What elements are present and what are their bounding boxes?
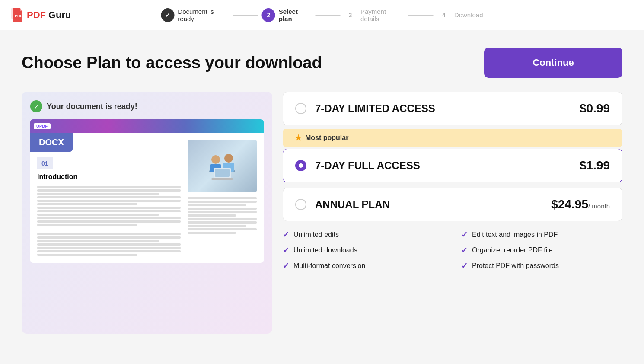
step-1-circle: ✓ (161, 8, 175, 22)
most-popular-label: Most popular (305, 134, 348, 142)
doc-line (37, 200, 181, 202)
check-icon: ✓ (283, 246, 289, 255)
doc-line (37, 250, 181, 252)
header: PDF PDF Guru ✓ Document is ready 2 Selec… (0, 0, 644, 30)
updf-label: UPDF (34, 123, 51, 129)
doc-image (188, 140, 257, 192)
doc-line (37, 189, 181, 192)
step-2-circle: 2 (262, 8, 275, 22)
doc-line (37, 233, 181, 235)
doc-line (37, 247, 181, 249)
plan-annual[interactable]: ANNUAL PLAN $24.95/ month (283, 188, 622, 221)
stepper: ✓ Document is ready 2 Select plan 3 Paym… (161, 8, 483, 22)
plan-7day-limited-name: 7-DAY LIMITED ACCESS (315, 102, 580, 115)
most-popular-bar: ★ Most popular (283, 129, 622, 147)
doc-line (37, 243, 181, 246)
doc-line (37, 224, 137, 226)
doc-body: 01 Introduction (30, 133, 264, 263)
doc-intro-title: Introduction (37, 173, 181, 181)
doc-line (188, 201, 257, 203)
check-icon: ✓ (461, 246, 468, 255)
step-select-plan: 2 Select plan (262, 8, 312, 22)
doc-right-text (188, 197, 257, 234)
plan-7day-full-price: $1.99 (580, 159, 610, 172)
feature-organize-reorder-label: Organize, reorder PDF file (472, 246, 553, 254)
logo-pdf-text: PDF (27, 10, 46, 21)
plan-annual-name: ANNUAL PLAN (315, 198, 551, 211)
doc-line (188, 211, 257, 213)
doc-image-inner (188, 140, 257, 192)
doc-ready-banner: ✓ Your document is ready! (30, 100, 264, 112)
feature-organize-reorder: ✓ Organize, reorder PDF file (461, 246, 622, 255)
logo-icon: PDF (10, 7, 24, 23)
plan-7day-limited-price: $0.99 (580, 102, 610, 115)
step-document-ready: ✓ Document is ready (161, 8, 230, 22)
step-4-label: Download (454, 11, 483, 19)
people-illustration (201, 149, 244, 183)
star-icon: ★ (295, 133, 302, 143)
svg-text:PDF: PDF (15, 14, 23, 18)
svg-point-3 (211, 155, 220, 164)
plan-annual-price: $24.95/ month (551, 198, 610, 211)
step-3-label: Payment details (360, 8, 405, 22)
check-icon: ✓ (461, 261, 468, 271)
step-3-circle: 3 (344, 8, 357, 22)
doc-line (37, 193, 159, 195)
doc-ready-text: Your document is ready! (47, 102, 137, 111)
logo-guru-text: Guru (48, 10, 71, 21)
feature-multi-format: ✓ Multi-format conversion (283, 261, 444, 271)
doc-line (188, 225, 246, 227)
plan-annual-radio[interactable] (295, 199, 306, 210)
doc-line (188, 232, 236, 234)
doc-line (37, 207, 181, 209)
feature-edit-text-images: ✓ Edit text and images in PDF (461, 230, 622, 239)
plan-7day-limited[interactable]: 7-DAY LIMITED ACCESS $0.99 (283, 92, 622, 125)
doc-line (37, 214, 159, 216)
docx-badge: DOCX (30, 133, 73, 152)
doc-right-column (188, 140, 257, 256)
doc-line (37, 196, 181, 198)
plan-7day-full[interactable]: 7-DAY FULL ACCESS $1.99 (283, 149, 622, 182)
document-preview: ✓ Your document is ready! UPDF DOCX 01 I… (22, 92, 272, 334)
doc-line (37, 254, 137, 256)
doc-line (188, 218, 257, 220)
doc-line (37, 236, 181, 239)
doc-line (188, 204, 246, 206)
check-icon: ✓ (283, 230, 289, 239)
feature-edit-text-images-label: Edit text and images in PDF (472, 231, 558, 239)
feature-protect-passwords-label: Protect PDF with passwords (472, 262, 559, 270)
doc-line (37, 210, 181, 212)
plan-7day-full-radio[interactable] (295, 160, 306, 171)
doc-line (188, 197, 257, 199)
doc-line (188, 214, 236, 217)
doc-line (37, 186, 181, 188)
doc-line (188, 228, 257, 230)
feature-multi-format-label: Multi-format conversion (293, 262, 365, 270)
doc-line (37, 240, 159, 242)
feature-unlimited-downloads-label: Unlimited downloads (293, 246, 357, 254)
step-connector-3 (408, 15, 434, 16)
logo: PDF PDF Guru (10, 7, 71, 23)
feature-protect-passwords: ✓ Protect PDF with passwords (461, 261, 622, 271)
plan-7day-limited-radio[interactable] (295, 103, 306, 114)
check-icon: ✓ (461, 230, 468, 239)
step-connector-1 (233, 15, 258, 16)
continue-button[interactable]: Continue (484, 48, 622, 78)
check-icon: ✓ (283, 261, 289, 271)
doc-line (37, 220, 181, 223)
main-content: Choose Plan to access your download Cont… (0, 30, 644, 351)
plan-7day-full-name: 7-DAY FULL ACCESS (315, 160, 580, 172)
doc-text-lines (37, 186, 181, 256)
step-2-label: Select plan (279, 8, 312, 22)
feature-unlimited-edits: ✓ Unlimited edits (283, 230, 444, 239)
doc-line (188, 221, 257, 224)
svg-point-5 (224, 154, 233, 163)
step-1-label: Document is ready (178, 8, 230, 22)
plans-area: 7-DAY LIMITED ACCESS $0.99 ★ Most popula… (283, 92, 622, 271)
doc-left-column: 01 Introduction (37, 140, 181, 256)
step-connector-2 (315, 15, 340, 16)
feature-unlimited-edits-label: Unlimited edits (293, 231, 339, 239)
page-header: Choose Plan to access your download Cont… (22, 48, 622, 78)
doc-ready-check-icon: ✓ (30, 100, 42, 112)
page-title: Choose Plan to access your download (22, 54, 322, 72)
